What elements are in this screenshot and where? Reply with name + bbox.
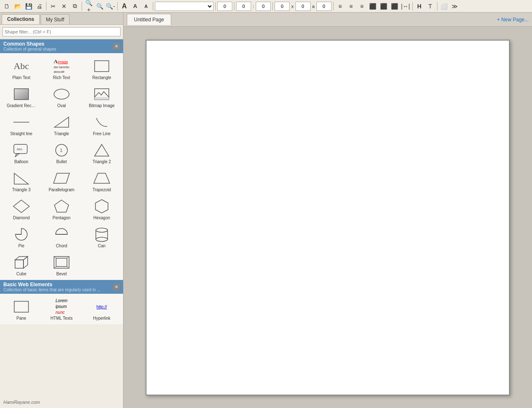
sep1 — [46, 2, 46, 10]
sep6 — [234, 2, 234, 10]
align-center-btn[interactable]: ≡ — [346, 1, 356, 11]
trapezoid-icon — [91, 170, 112, 187]
shape-pentagon[interactable]: Pentagon — [42, 195, 81, 222]
tabs-bar: Collections My Stuff — [0, 13, 123, 25]
shape-gradient-rectangle[interactable]: Gradient Rectangle — [2, 83, 41, 110]
shape-bevel[interactable]: Bevel — [42, 251, 81, 278]
save-btn[interactable]: 💾 — [23, 1, 33, 11]
zoom-out-btn[interactable]: 🔍- — [105, 1, 116, 11]
font-size-input[interactable] — [217, 2, 232, 11]
open-btn[interactable]: 📂 — [13, 1, 23, 11]
distribute-h-btn[interactable]: |↔| — [401, 1, 411, 11]
svg-point-21 — [96, 228, 108, 232]
align-mid-btn[interactable]: ⬛ — [379, 1, 389, 11]
font-select[interactable]: Text font — [155, 2, 213, 11]
shape-balloon[interactable]: Abc Balloon — [2, 139, 41, 166]
svg-marker-16 — [13, 200, 29, 213]
free-line-icon — [91, 114, 112, 131]
shape-bullet[interactable]: 1 Bullet — [42, 139, 81, 166]
align-left-btn[interactable]: ≡ — [335, 1, 345, 11]
sep4 — [153, 2, 153, 10]
shape-rectangle[interactable]: Rectangle — [82, 55, 121, 82]
left-panel: Collections My Stuff Common Shapes Colle… — [0, 13, 123, 408]
shape-plain-text[interactable]: Abc Plain Text — [2, 55, 41, 82]
parallelogram-icon — [51, 170, 72, 187]
shape-straight-line[interactable]: Straight line — [2, 111, 41, 138]
rectangle-label: Rectangle — [92, 75, 111, 80]
shape-free-line[interactable]: Free Line — [82, 111, 121, 138]
gradient-rectangle-label: Gradient Rectangle — [7, 103, 36, 108]
svg-marker-17 — [54, 200, 69, 212]
common-shapes-header: Common Shapes Collection of general shap… — [0, 39, 123, 53]
w-input[interactable] — [275, 2, 290, 11]
can-label: Can — [98, 244, 105, 248]
y-input[interactable] — [256, 2, 271, 11]
shape-bitmap-image[interactable]: Bitmap Image — [82, 83, 121, 110]
shape-pie[interactable]: Pie — [2, 223, 41, 250]
shape-can[interactable]: Can — [82, 223, 121, 250]
tab-collections[interactable]: Collections — [2, 14, 40, 24]
svg-marker-14 — [54, 173, 69, 183]
shape-hyperlink[interactable]: http:// Hyperlink — [82, 295, 121, 323]
align-top-btn[interactable]: ⬛ — [368, 1, 378, 11]
shape-chord[interactable]: Chord — [42, 223, 81, 250]
basic-web-grid: Pane Lorem ipsum nunc HTML Texts — [0, 294, 123, 324]
svg-marker-6 — [54, 117, 69, 127]
svg-marker-9 — [15, 154, 19, 157]
shape-rich-text[interactable]: Aimage del tamrito abscdit Rich Text — [42, 55, 81, 82]
page-tab-untitled[interactable]: Untitled Page — [127, 14, 171, 25]
html-texts-icon: Lorem ipsum nunc — [51, 298, 72, 315]
shape-html-texts[interactable]: Lorem ipsum nunc HTML Texts — [42, 295, 81, 323]
shape-trapezoid[interactable]: Trapezoid — [82, 167, 121, 194]
shapes-scroll[interactable]: Common Shapes Collection of general shap… — [0, 39, 123, 408]
text-btn[interactable]: T — [425, 1, 435, 11]
print-btn[interactable]: 🖨 — [34, 1, 44, 11]
font-large-btn[interactable]: A — [119, 1, 129, 11]
extra-btn[interactable]: ≫ — [450, 1, 460, 11]
shape-parallelogram[interactable]: Parallelogram — [42, 167, 81, 194]
new-page-button[interactable]: + New Page... — [497, 17, 529, 23]
bullet-icon: 1 — [51, 142, 72, 159]
bitmap-image-label: Bitmap Image — [89, 103, 115, 108]
shape-hexagon[interactable]: Hexagon — [82, 195, 121, 222]
free-line-label: Free Line — [93, 131, 111, 136]
hexagon-label: Hexagon — [93, 216, 110, 220]
copy-btn[interactable]: ⧉ — [70, 1, 80, 11]
rich-text-label: Rich Text — [53, 75, 70, 80]
pentagon-icon — [51, 198, 72, 215]
delete-btn[interactable]: ✕ — [59, 1, 69, 11]
align-bottom-btn[interactable]: ⬛ — [390, 1, 400, 11]
shape-pane[interactable]: Pane — [2, 295, 41, 323]
zoom-in-btn[interactable]: 🔍+ — [84, 1, 94, 11]
shape-cube[interactable]: Cube — [2, 251, 41, 278]
shape-triangle3[interactable]: Triangle 3 — [2, 167, 41, 194]
canvas-page[interactable] — [146, 40, 510, 395]
a-input[interactable] — [316, 2, 332, 11]
font-small-btn[interactable]: A — [141, 1, 151, 11]
parallelogram-label: Parallelogram — [49, 187, 75, 192]
font-mid-btn[interactable]: A — [130, 1, 140, 11]
common-shapes-grid: Abc Plain Text Aimage del tamrito abscdi… — [0, 53, 123, 280]
new-btn[interactable]: 🗋 — [2, 1, 12, 11]
expand-btn[interactable]: ⬜ — [439, 1, 449, 11]
x-input[interactable] — [236, 2, 251, 11]
shape-triangle2[interactable]: Triangle 2 — [82, 139, 121, 166]
shape-diamond[interactable]: Diamond — [2, 195, 41, 222]
cut-btn[interactable]: ✂ — [48, 1, 58, 11]
diamond-label: Diamond — [13, 216, 30, 220]
shape-filter-input[interactable] — [3, 27, 121, 36]
align-right-btn[interactable]: ≡ — [357, 1, 367, 11]
shape-triangle[interactable]: Triangle — [42, 111, 81, 138]
common-shapes-close[interactable]: ✕ — [113, 43, 120, 50]
a-label: a — [311, 4, 316, 9]
triangle3-icon — [11, 170, 32, 187]
basic-web-close[interactable]: ✕ — [113, 284, 120, 290]
zoom-reset-btn[interactable]: 🔍 — [95, 1, 105, 11]
h-input[interactable] — [296, 2, 311, 11]
shape-oval[interactable]: Oval — [42, 83, 81, 110]
svg-point-2 — [54, 89, 69, 99]
heading-btn[interactable]: H — [414, 1, 424, 11]
tab-mystuff[interactable]: My Stuff — [41, 14, 70, 24]
svg-marker-25 — [15, 260, 23, 268]
sep7 — [272, 2, 273, 10]
